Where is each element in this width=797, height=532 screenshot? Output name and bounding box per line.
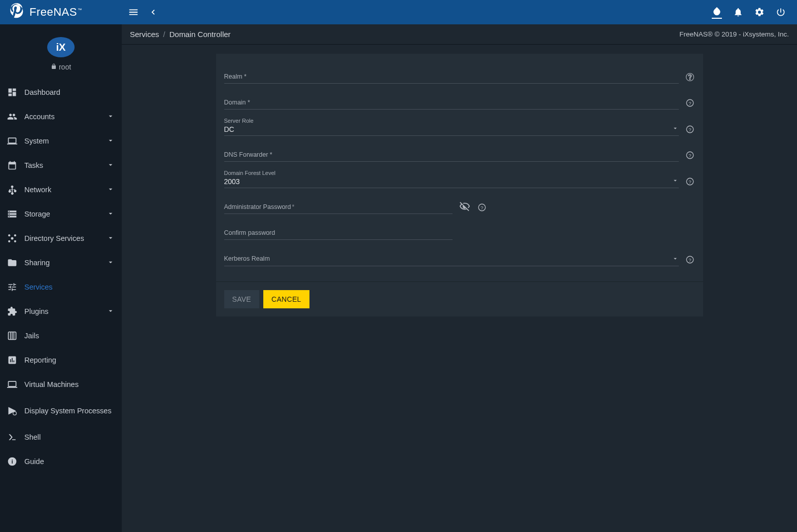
dns-forwarder-input[interactable] xyxy=(224,144,679,162)
app-logo-icon xyxy=(7,3,26,22)
nav-label: Accounts xyxy=(21,113,107,121)
breadcrumb-parent[interactable]: Services xyxy=(130,30,159,39)
chevron-down-icon xyxy=(107,307,115,316)
sidebar-item-system[interactable]: System xyxy=(0,129,122,153)
nav-label: Tasks xyxy=(21,161,107,169)
card-actions: SAVE CANCEL xyxy=(216,281,703,316)
forest-level-select[interactable]: 2003 xyxy=(224,170,679,188)
copyright: FreeNAS® © 2019 - iXsystems, Inc. xyxy=(679,30,789,38)
domain-input[interactable] xyxy=(224,92,679,110)
nav-label: Services xyxy=(21,283,115,291)
svg-point-4 xyxy=(14,234,16,236)
sidebar-item-dashboard[interactable]: Dashboard xyxy=(0,80,122,104)
sidebar-item-jails[interactable]: Jails xyxy=(0,324,122,348)
sidebar-item-plugins[interactable]: Plugins xyxy=(0,299,122,324)
guide-icon: i xyxy=(7,456,21,467)
sidebar-item-reporting[interactable]: Reporting xyxy=(0,348,122,372)
main: Services / Domain Controller FreeNAS® © … xyxy=(122,24,797,532)
logo-zone: FreeNAS ™ xyxy=(0,3,122,22)
svg-text:?: ? xyxy=(688,127,691,132)
help-icon[interactable]: ? xyxy=(477,199,487,214)
sidebar-item-vms[interactable]: Virtual Machines xyxy=(0,372,122,397)
chevron-down-icon xyxy=(672,255,679,264)
tasks-icon xyxy=(7,160,21,170)
sidebar-item-network[interactable]: Network xyxy=(0,178,122,202)
sidebar-item-tasks[interactable]: Tasks xyxy=(0,153,122,178)
breadcrumb-current: Domain Controller xyxy=(169,30,231,39)
sharing-icon xyxy=(7,258,21,268)
cancel-button[interactable]: CANCEL xyxy=(263,290,309,308)
server-role-value: DC xyxy=(224,125,234,133)
save-button[interactable]: SAVE xyxy=(224,290,260,308)
svg-point-11 xyxy=(13,412,17,415)
realm-input[interactable] xyxy=(224,66,679,84)
sidebar-item-processes[interactable]: Display System Processes xyxy=(0,397,122,425)
services-icon xyxy=(7,282,21,292)
vm-icon xyxy=(7,379,21,389)
svg-text:?: ? xyxy=(688,153,691,158)
accounts-icon xyxy=(7,112,21,122)
reporting-icon xyxy=(7,355,21,365)
nav-label: Display System Processes xyxy=(21,406,115,416)
help-icon[interactable]: ? xyxy=(685,251,695,266)
sidebar: iX root Dashboard Accounts System Tasks xyxy=(0,24,122,532)
system-icon xyxy=(7,136,21,146)
power-icon[interactable] xyxy=(776,7,786,17)
sidebar-item-accounts[interactable]: Accounts xyxy=(0,104,122,129)
chevron-down-icon xyxy=(107,258,115,268)
gear-icon[interactable] xyxy=(754,7,765,17)
theme-icon[interactable] xyxy=(712,6,722,19)
kerberos-select[interactable] xyxy=(224,248,679,266)
lock-icon xyxy=(51,63,57,71)
chevron-down-icon xyxy=(107,185,115,195)
topbar: FreeNAS ™ xyxy=(0,0,797,24)
help-icon[interactable]: ? xyxy=(685,173,695,188)
nav-label: Guide xyxy=(21,457,115,466)
svg-text:?: ? xyxy=(688,257,691,263)
chevron-down-icon xyxy=(672,177,679,186)
breadcrumb: Services / Domain Controller FreeNAS® © … xyxy=(122,24,797,45)
shell-icon xyxy=(7,432,21,442)
sidebar-item-guide[interactable]: i Guide xyxy=(0,449,122,474)
help-icon[interactable] xyxy=(685,68,695,84)
app-name: FreeNAS xyxy=(29,6,77,19)
svg-text:?: ? xyxy=(688,100,691,106)
menu-icon[interactable] xyxy=(128,7,139,18)
svg-point-6 xyxy=(14,240,16,242)
help-icon[interactable]: ? xyxy=(685,121,695,136)
nav-label: Plugins xyxy=(21,307,107,315)
form-card: Realm * Domain * ? xyxy=(216,54,703,316)
sidebar-item-sharing[interactable]: Sharing xyxy=(0,251,122,275)
storage-icon xyxy=(7,209,21,219)
nav-label: Directory Services xyxy=(21,234,107,242)
network-icon xyxy=(7,185,21,195)
svg-text:i: i xyxy=(11,458,13,465)
chevron-left-icon[interactable] xyxy=(148,7,158,17)
server-role-select[interactable]: DC xyxy=(224,118,679,136)
svg-text:?: ? xyxy=(688,179,691,185)
visibility-off-icon[interactable] xyxy=(459,199,471,214)
plugins-icon xyxy=(7,306,21,316)
svg-point-5 xyxy=(8,240,10,242)
sidebar-item-services[interactable]: Services xyxy=(0,275,122,299)
svg-text:?: ? xyxy=(480,205,483,210)
chevron-down-icon xyxy=(107,234,115,243)
sidebar-item-storage[interactable]: Storage xyxy=(0,202,122,226)
nav-label: Reporting xyxy=(21,356,115,364)
svg-text:iX: iX xyxy=(56,42,66,53)
nav-label: Sharing xyxy=(21,259,107,267)
help-icon[interactable]: ? xyxy=(685,147,695,162)
nav-label: Storage xyxy=(21,210,107,218)
chevron-down-icon xyxy=(672,125,679,133)
admin-pw-input[interactable] xyxy=(224,196,453,214)
confirm-pw-input[interactable] xyxy=(224,222,453,240)
nav-label: Network xyxy=(21,186,107,194)
chevron-down-icon xyxy=(107,136,115,146)
sidebar-item-directory[interactable]: Directory Services xyxy=(0,226,122,251)
ix-logo-icon: iX xyxy=(47,37,75,58)
sidebar-item-shell[interactable]: Shell xyxy=(0,425,122,449)
help-icon[interactable]: ? xyxy=(685,94,695,110)
dashboard-icon xyxy=(7,87,21,97)
nav-label: Jails xyxy=(21,332,115,340)
bell-icon[interactable] xyxy=(733,7,743,17)
